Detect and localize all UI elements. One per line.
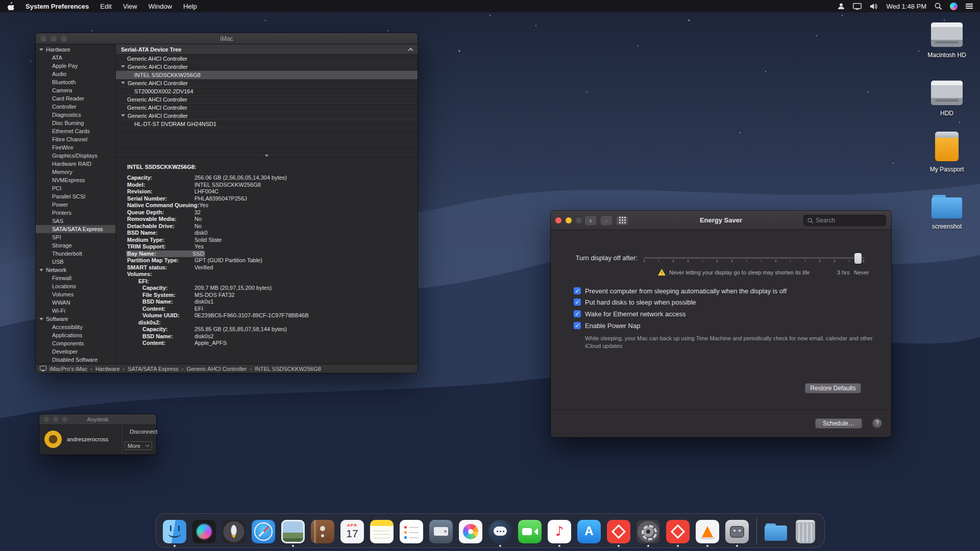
device-tree-row-generic-ahci-controller[interactable]: Generic AHCI Controller	[116, 112, 418, 120]
disconnect-button[interactable]: Disconnect	[130, 429, 158, 435]
siri-icon[interactable]	[950, 3, 958, 10]
sidebar-item-locations[interactable]: Locations	[36, 282, 115, 290]
checkbox-row-prevent-computer-from-sleeping-automatic[interactable]: ✓Prevent computer from sleeping automati…	[574, 286, 787, 295]
dock-item-automator[interactable]	[725, 519, 750, 544]
dock-item-facetime[interactable]	[518, 519, 543, 544]
sidebar-item-audio[interactable]: Audio	[36, 70, 115, 78]
sidebar-item-applications[interactable]: Applications	[36, 331, 115, 339]
forward-button[interactable]: ›	[600, 215, 612, 226]
dock-item-anydesk[interactable]	[606, 519, 631, 544]
zoom-button[interactable]	[61, 36, 67, 42]
desktop-icon-hdd[interactable]: HDD	[916, 81, 977, 117]
collapse-icon[interactable]	[408, 47, 413, 53]
dock-item-app-store[interactable]	[577, 519, 602, 544]
splitter-handle[interactable]	[116, 153, 418, 158]
checkbox-row-enable-power-nap[interactable]: ✓Enable Power Nap	[574, 321, 640, 330]
checkbox[interactable]: ✓	[574, 310, 581, 317]
sidebar-item-disabled-software[interactable]: Disabled Software	[36, 356, 115, 364]
back-button[interactable]: ‹	[584, 215, 597, 226]
sidebar-item-ethernet-cards[interactable]: Ethernet Cards	[36, 127, 115, 135]
device-tree-row-generic-ahci-controller[interactable]: Generic AHCI Controller	[116, 79, 418, 87]
dock-item-launchpad[interactable]	[222, 519, 247, 544]
user-icon[interactable]	[838, 3, 845, 10]
more-dropdown[interactable]: More	[125, 441, 152, 450]
dock-item-contacts[interactable]	[310, 519, 335, 544]
device-tree-row-generic-ahci-controller[interactable]: Generic AHCI Controller	[116, 63, 418, 71]
dock-item-trash[interactable]	[793, 519, 818, 544]
menubar-app-name[interactable]: System Preferences	[26, 3, 89, 10]
sidebar-item-network[interactable]: Network	[36, 266, 115, 274]
menu-window[interactable]: Window	[149, 3, 172, 10]
notification-center-icon[interactable]	[966, 4, 973, 9]
device-tree-row-generic-ahci-controller[interactable]: Generic AHCI Controller	[116, 104, 418, 112]
sidebar-item-memory[interactable]: Memory	[36, 168, 115, 176]
dock-item-safari[interactable]	[251, 519, 276, 544]
volume-icon[interactable]	[870, 3, 878, 10]
checkbox[interactable]: ✓	[574, 287, 581, 294]
menu-view[interactable]: View	[123, 3, 137, 10]
disclosure-triangle[interactable]	[39, 48, 43, 51]
sidebar-item-firewire[interactable]: FireWire	[36, 143, 115, 152]
dock-item-system-preferences[interactable]	[636, 519, 661, 544]
slider-track[interactable]	[644, 257, 864, 259]
disclosure-triangle[interactable]	[121, 82, 125, 84]
device-tree-row-intel-ssdsckkw256g8[interactable]: INTEL SSDSCKKW256G8	[116, 71, 418, 79]
close-button[interactable]	[44, 417, 49, 422]
dock-item-downloads-folder[interactable]	[764, 519, 789, 544]
sidebar-item-wi-fi[interactable]: Wi-Fi	[36, 307, 115, 315]
sidebar-item-usb[interactable]: USB	[36, 258, 115, 266]
schedule-button[interactable]: Schedule…	[815, 418, 862, 429]
dock-item-messages[interactable]	[488, 519, 513, 544]
help-button[interactable]: ?	[872, 418, 882, 428]
sidebar-item-printers[interactable]: Printers	[36, 209, 115, 217]
sidebar-item-camera[interactable]: Camera	[36, 86, 115, 94]
dock-item-preview[interactable]	[281, 519, 306, 544]
sidebar-item-components[interactable]: Components	[36, 339, 115, 347]
sidebar-item-firewall[interactable]: Firewall	[36, 274, 115, 282]
show-all-button[interactable]	[616, 215, 628, 226]
dock-item-reminders[interactable]	[399, 519, 424, 544]
dock-item-photos[interactable]	[458, 519, 483, 544]
disclosure-triangle[interactable]	[121, 65, 125, 68]
sidebar-item-disc-burning[interactable]: Disc Burning	[36, 119, 115, 127]
desktop-icon-my-passport[interactable]: My Passport	[916, 132, 977, 173]
sidebar-item-accessibility[interactable]: Accessibility	[36, 323, 115, 331]
anydesk-titlebar[interactable]: Anydesk	[39, 414, 156, 425]
sidebar-item-storage[interactable]: Storage	[36, 241, 115, 249]
checkbox[interactable]: ✓	[574, 322, 581, 329]
minimize-button[interactable]	[53, 417, 58, 422]
dock-item-vlc[interactable]	[695, 519, 720, 544]
dock-item-notes[interactable]	[370, 519, 395, 544]
sidebar-item-thunderbolt[interactable]: Thunderbolt	[36, 249, 115, 258]
sidebar-item-power[interactable]: Power	[36, 201, 115, 209]
sidebar-item-diagnostics[interactable]: Diagnostics	[36, 111, 115, 119]
sidebar-item-pci[interactable]: PCI	[36, 184, 115, 192]
dock-item-calendar[interactable]: APR17	[340, 519, 365, 544]
sidebar-item-apple-pay[interactable]: Apple Pay	[36, 62, 115, 70]
desktop-icon-macintosh-hd[interactable]: Macintosh HD	[916, 22, 977, 59]
device-tree-row-generic-ahci-controller[interactable]: Generic AHCI Controller	[116, 55, 418, 63]
display-sleep-slider[interactable]	[644, 252, 864, 265]
sidebar-item-nvmexpress[interactable]: NVMExpress	[36, 176, 115, 184]
close-button[interactable]	[555, 217, 561, 223]
sidebar-item-card-reader[interactable]: Card Reader	[36, 94, 115, 103]
dock-item-music[interactable]	[547, 519, 572, 544]
dock-item-siri[interactable]	[192, 519, 217, 544]
device-tree-row-hl-dt-st-dvdram-gh24nsd1[interactable]: HL-DT-ST DVDRAM GH24NSD1	[116, 120, 418, 128]
checkbox-row-put-hard-disks-to-sleep-when-possible[interactable]: ✓Put hard disks to sleep when possible	[574, 297, 696, 307]
sidebar-item-ata[interactable]: ATA	[36, 54, 115, 62]
dock-item-anydesk-2[interactable]	[666, 519, 691, 544]
slider-thumb[interactable]	[854, 253, 862, 264]
disclosure-triangle[interactable]	[39, 269, 43, 271]
sidebar-item-graphics-displays[interactable]: Graphics/Displays	[36, 152, 115, 160]
sidebar-item-controller[interactable]: Controller	[36, 103, 115, 111]
energy-titlebar[interactable]: ‹ › Energy Saver Search	[551, 211, 891, 230]
device-tree-row-generic-ahci-controller[interactable]: Generic AHCI Controller	[116, 95, 418, 104]
search-field[interactable]: Search	[803, 215, 886, 226]
disclosure-triangle[interactable]	[121, 114, 125, 117]
menubar-clock[interactable]: Wed 1:48 PM	[886, 3, 926, 10]
sidebar-item-wwan[interactable]: WWAN	[36, 298, 115, 307]
zoom-button[interactable]	[62, 417, 67, 422]
sidebar-item-bluetooth[interactable]: Bluetooth	[36, 78, 115, 86]
sidebar-item-developer[interactable]: Developer	[36, 347, 115, 356]
